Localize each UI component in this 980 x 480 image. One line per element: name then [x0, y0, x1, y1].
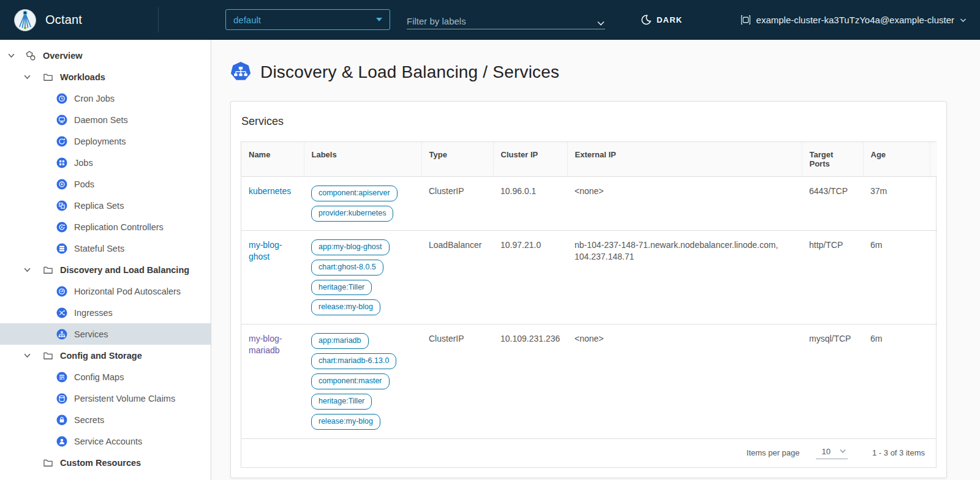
cell-target-ports: 6443/TCP: [802, 177, 863, 231]
table-row: kubernetes component:apiserver provider:…: [241, 177, 937, 231]
sidebar-item-persistent-volume-claims[interactable]: Persistent Volume Claims: [0, 388, 211, 409]
label-badge[interactable]: app:mariadb: [311, 333, 369, 349]
chevron-down-icon[interactable]: [23, 266, 31, 274]
label-badge[interactable]: chart:mariadb-6.13.0: [311, 353, 396, 369]
label-badge[interactable]: component:apiserver: [311, 186, 398, 201]
sidebar-item-label: Config and Storage: [60, 351, 142, 361]
serviceaccounts-icon: [56, 436, 67, 447]
label-badge[interactable]: release:my-blog: [311, 299, 380, 315]
label-badge[interactable]: app:my-blog-ghost: [311, 239, 390, 255]
page-title: Discovery & Load Balancing / Services: [260, 62, 559, 82]
cell-age: 37m: [863, 177, 930, 231]
sidebar-item-discovery-and-load-balancing[interactable]: Discovery and Load Balancing: [0, 259, 211, 280]
service-name-link[interactable]: my-blog-ghost: [249, 240, 282, 261]
sidebar-item-stateful-sets[interactable]: Stateful Sets: [0, 238, 211, 259]
sidebar-item-config-maps[interactable]: Config Maps: [0, 366, 211, 388]
label-badge[interactable]: heritage:Tiller: [311, 280, 372, 296]
sidebar-item-workloads[interactable]: Workloads: [0, 66, 211, 88]
label-badge[interactable]: heritage:Tiller: [311, 394, 372, 410]
cell-external-ip: nb-104-237-148-71.newark.nodebalancer.li…: [567, 230, 802, 324]
label-badge[interactable]: chart:ghost-8.0.5: [311, 260, 383, 276]
sidebar-item-jobs[interactable]: Jobs: [0, 152, 211, 173]
card-title: Services: [241, 115, 937, 128]
sidebar-item-replica-sets[interactable]: Replica Sets: [0, 195, 211, 216]
label-badge[interactable]: release:my-blog: [311, 414, 380, 430]
column-header-labels: Labels: [304, 142, 421, 177]
folder-icon: [43, 72, 53, 82]
sidebar-item-services[interactable]: Services: [0, 323, 211, 345]
main-content: Discovery & Load Balancing / Services Se…: [211, 40, 980, 480]
app-title: Octant: [45, 13, 82, 27]
items-per-page-select[interactable]: 10: [816, 447, 848, 459]
label-filter: [407, 9, 605, 29]
service-heptagon-icon: [230, 62, 251, 83]
label-filter-input[interactable]: [407, 16, 593, 26]
sidebar-item-label: Discovery and Load Balancing: [60, 265, 189, 275]
cell-target-ports: mysql/TCP: [802, 324, 863, 438]
sidebar-item-horizontal-pod-autoscalers[interactable]: Horizontal Pod Autoscalers: [0, 280, 211, 302]
sidebar-item-label: Custom Resources: [60, 458, 141, 468]
replicationcontrollers-icon: [56, 222, 67, 233]
sidebar-item-overview[interactable]: Overview: [0, 45, 211, 66]
cluster-selector[interactable]: example-cluster-ka3TuTzYo4a@example-clus…: [741, 0, 967, 40]
sidebar-item-service-accounts[interactable]: Service Accounts: [0, 430, 211, 452]
cell-cluster-ip: 10.96.0.1: [493, 177, 567, 231]
cell-cluster-ip: 10.97.21.0: [493, 230, 567, 324]
sidebar-item-pods[interactable]: Pods: [0, 173, 211, 195]
chevron-down-icon[interactable]: [597, 20, 605, 26]
chevron-down-icon[interactable]: [23, 73, 31, 81]
chevron-down-icon[interactable]: [23, 351, 31, 359]
cell-external-ip: <none>: [567, 324, 802, 438]
column-header-type: Type: [421, 142, 493, 177]
deployments-icon: [56, 136, 67, 147]
column-header-cluster-ip: Cluster IP: [493, 142, 567, 177]
chevron-down-icon[interactable]: [7, 51, 15, 59]
services-icon: [56, 329, 67, 340]
sidebar-item-replication-controllers[interactable]: Replication Controllers: [0, 216, 211, 238]
cell-spacer: [930, 177, 937, 231]
hpa-icon: [56, 286, 67, 297]
brand[interactable]: Octant: [13, 0, 82, 40]
cell-spacer: [930, 324, 937, 438]
sidebar-item-deployments[interactable]: Deployments: [0, 130, 211, 152]
cluster-icon: [741, 15, 751, 25]
services-datagrid: Name Labels Type Cluster IP External IP …: [241, 141, 937, 468]
sidebar-item-label: Overview: [43, 51, 83, 61]
sidebar-item-cron-jobs[interactable]: Cron Jobs: [0, 88, 211, 109]
statefulsets-icon: [56, 243, 67, 254]
sidebar-item-custom-resources[interactable]: Custom Resources: [0, 452, 211, 473]
sidebar-item-label: Horizontal Pod Autoscalers: [74, 287, 181, 296]
table-row: my-blog-mariadb app:mariadb chart:mariad…: [241, 324, 937, 438]
table-header-row: Name Labels Type Cluster IP External IP …: [241, 142, 937, 177]
replicasets-icon: [56, 200, 67, 211]
folder-icon: [43, 264, 53, 275]
secrets-icon: [56, 414, 67, 426]
sidebar-item-label: Secrets: [74, 415, 104, 425]
label-badge[interactable]: component:master: [311, 373, 390, 389]
octant-app: Octant default DARK: [0, 0, 980, 480]
sidebar-item-ingresses[interactable]: Ingresses: [0, 302, 211, 323]
items-per-page-label: Items per page: [747, 448, 800, 457]
namespace-select[interactable]: default: [225, 9, 390, 30]
cluster-name: example-cluster-ka3TuTzYo4a@example-clus…: [756, 15, 954, 25]
sidebar-item-secrets[interactable]: Secrets: [0, 409, 211, 430]
service-name-link[interactable]: my-blog-mariadb: [249, 334, 282, 355]
cell-type: LoadBalancer: [421, 230, 493, 324]
items-per-page-value: 10: [822, 447, 831, 456]
label-badge[interactable]: provider:kubernetes: [311, 206, 393, 222]
pods-icon: [56, 179, 67, 190]
caret-down-icon: [376, 18, 382, 21]
octant-logo-icon: [13, 9, 37, 32]
jobs-icon: [56, 157, 67, 168]
sidebar-item-label: Pods: [74, 179, 94, 189]
theme-toggle-button[interactable]: DARK: [641, 0, 682, 40]
sidebar-item-config-and-storage[interactable]: Config and Storage: [0, 345, 211, 366]
objects-icon: [25, 50, 36, 61]
sidebar-item-label: Service Accounts: [74, 437, 142, 446]
pvc-icon: [56, 393, 67, 404]
sidebar-item-daemon-sets[interactable]: Daemon Sets: [0, 109, 211, 130]
service-name-link[interactable]: kubernetes: [249, 186, 291, 196]
cell-cluster-ip: 10.109.231.236: [493, 324, 567, 438]
namespace-value: default: [233, 15, 261, 25]
pagination-range: 1 - 3 of 3 items: [872, 448, 925, 457]
